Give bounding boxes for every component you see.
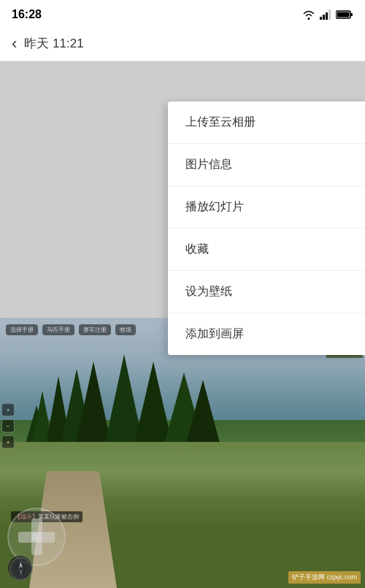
status-time: 16:28 (12, 8, 42, 21)
status-icons (302, 9, 353, 20)
menu-item-favorite[interactable]: 收藏 (168, 229, 365, 271)
svg-rect-3 (328, 9, 331, 20)
context-menu-overlay: 上传至云相册 图片信息 播放幻灯片 收藏 设为壁纸 添加到画屏 (0, 61, 365, 588)
back-button[interactable]: ‹ (12, 34, 17, 53)
menu-item-upload-cloud[interactable]: 上传至云相册 (168, 102, 365, 144)
menu-item-slideshow[interactable]: 播放幻灯片 (168, 186, 365, 229)
nav-title: 昨天 11:21 (24, 35, 83, 52)
menu-item-photo-info[interactable]: 图片信息 (168, 144, 365, 186)
context-menu: 上传至云相册 图片信息 播放幻灯片 收藏 设为壁纸 添加到画屏 (168, 102, 365, 355)
svg-rect-6 (337, 12, 350, 18)
battery-icon (336, 9, 353, 20)
svg-rect-2 (326, 12, 328, 20)
status-bar: 16:28 (0, 0, 365, 26)
svg-rect-1 (323, 15, 325, 20)
svg-rect-0 (320, 17, 322, 20)
wifi-icon (302, 9, 315, 20)
signal-icon (320, 9, 331, 20)
menu-item-add-to-desktop[interactable]: 添加到画屏 (168, 313, 365, 355)
watermark: 铲子手游网 czjxjc.com (288, 571, 361, 584)
nav-bar: ‹ 昨天 11:21 (0, 26, 365, 61)
main-content: 选择手册 马匹手册 赛车注册 牧场 136 11:35 (0, 61, 365, 588)
menu-item-set-wallpaper[interactable]: 设为壁纸 (168, 271, 365, 313)
svg-rect-5 (350, 13, 353, 16)
